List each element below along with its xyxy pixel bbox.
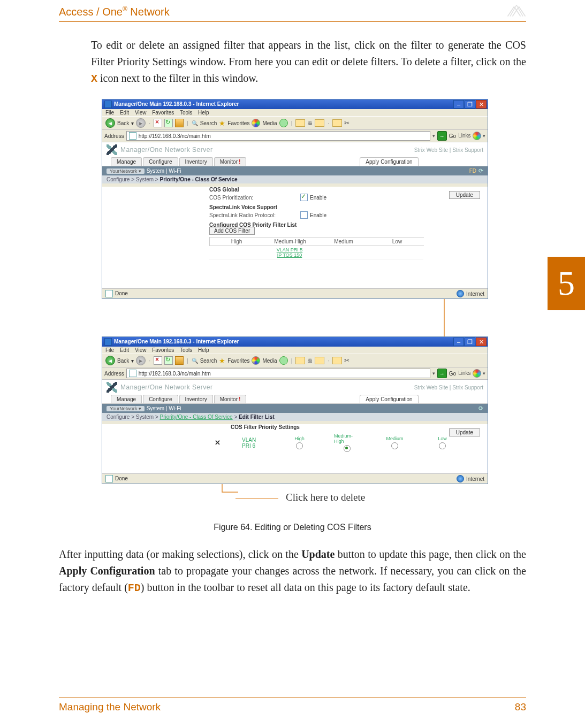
favorites-icon[interactable]: ★ <box>219 119 225 127</box>
tab-inventory[interactable]: Inventory <box>179 395 213 403</box>
go-button[interactable]: → <box>437 131 447 141</box>
ie-menubar[interactable]: File Edit View Favorites Tools Help <box>102 347 488 354</box>
window-minimize-button[interactable]: – <box>453 100 464 109</box>
print-icon[interactable]: 🖶 <box>307 358 313 364</box>
tab-configure[interactable]: Configure <box>143 395 178 403</box>
print-icon[interactable]: 🖶 <box>307 120 313 126</box>
radio-low[interactable] <box>439 442 446 449</box>
go-button[interactable]: → <box>437 369 447 378</box>
stop-button[interactable] <box>154 356 162 365</box>
breadcrumb-link[interactable]: Priority/One - Class Of Service <box>160 414 233 420</box>
add-cos-filter-button[interactable]: Add COS Filter <box>209 227 255 235</box>
fd-button[interactable]: FD <box>469 168 476 174</box>
refresh-button[interactable] <box>164 356 173 365</box>
menu-tools[interactable]: Tools <box>180 347 192 353</box>
window-close-button[interactable]: ✕ <box>476 100 487 109</box>
tab-apply-configuration[interactable]: Apply Configuration <box>360 157 418 166</box>
menu-tools[interactable]: Tools <box>180 110 192 116</box>
menu-favorites[interactable]: Favorites <box>152 347 174 353</box>
radio-medium-high[interactable] <box>344 445 351 452</box>
radio-medium[interactable] <box>391 442 398 449</box>
menu-file[interactable]: File <box>105 347 114 353</box>
spectralink-checkbox[interactable] <box>300 211 308 219</box>
cos-prioritization-value: Enable <box>310 195 326 201</box>
mail-icon[interactable] <box>295 119 305 127</box>
media-icon[interactable] <box>252 356 260 365</box>
edit-filter-heading: COS Filter Priority Settings <box>231 424 455 430</box>
status-done: Done <box>115 290 128 296</box>
refresh-icon[interactable]: ⟳ <box>478 405 483 411</box>
cut-icon[interactable]: ✂ <box>344 119 350 127</box>
history-icon[interactable] <box>279 119 288 127</box>
update-button[interactable]: Update <box>449 428 480 436</box>
ie-menubar[interactable]: File Edit View Favorites Tools Help <box>102 109 488 116</box>
col-medium-high: Medium-High <box>334 433 360 444</box>
links-icon[interactable] <box>473 132 481 140</box>
back-button[interactable]: ◄ <box>105 118 115 128</box>
tab-configure[interactable]: Configure <box>143 157 178 166</box>
footer-divider <box>59 698 526 698</box>
media-label: Media <box>262 120 277 126</box>
footer-section-title: Managing the Network <box>59 701 161 713</box>
radio-high[interactable] <box>296 442 303 449</box>
menu-help[interactable]: Help <box>198 110 209 116</box>
window-maximize-button[interactable]: ❐ <box>465 338 475 346</box>
back-button[interactable]: ◄ <box>105 356 115 365</box>
server-title: Manager/One Network Server <box>120 146 212 154</box>
tab-manage[interactable]: Manage <box>111 395 142 403</box>
tab-monitor[interactable]: Monitor! <box>214 395 247 403</box>
search-icon[interactable]: 🔍 <box>192 120 198 126</box>
folder-icon[interactable] <box>332 119 342 127</box>
cos-filter-table: High Medium-High Medium Low VLAN PRI 5 I… <box>209 237 455 259</box>
window-minimize-button[interactable]: – <box>453 338 464 346</box>
ie-app-icon <box>104 338 112 346</box>
menu-file[interactable]: File <box>105 110 114 116</box>
mail-icon[interactable] <box>295 357 305 364</box>
ie-toolbar: ◄ Back ▾ ► · | 🔍 Search ★ Favorites Medi… <box>102 116 488 130</box>
stop-button[interactable] <box>154 119 162 127</box>
menu-favorites[interactable]: Favorites <box>152 110 174 116</box>
strix-logo-icon <box>107 144 117 155</box>
menu-view[interactable]: View <box>135 110 147 116</box>
address-bar[interactable]: http://192.168.0.3/nc/main.htm <box>126 369 430 378</box>
cos-global-heading: COS Global <box>209 187 455 193</box>
tab-inventory[interactable]: Inventory <box>179 157 213 166</box>
top-links[interactable]: Strix Web Site | Strix Support <box>414 147 483 153</box>
menu-edit[interactable]: Edit <box>120 110 129 116</box>
window-maximize-button[interactable]: ❐ <box>465 100 475 109</box>
update-button[interactable]: Update <box>449 191 480 199</box>
fd-inline: FD <box>128 582 141 594</box>
media-icon[interactable] <box>252 119 260 127</box>
menu-view[interactable]: View <box>135 347 147 353</box>
tab-monitor[interactable]: Monitor! <box>214 157 247 166</box>
menu-help[interactable]: Help <box>198 347 209 353</box>
search-icon[interactable]: 🔍 <box>192 358 198 364</box>
links-icon[interactable] <box>473 369 481 378</box>
menu-edit[interactable]: Edit <box>120 347 129 353</box>
favorites-icon[interactable]: ★ <box>219 357 225 365</box>
refresh-button[interactable] <box>164 119 173 127</box>
spectralink-value: Enable <box>310 212 326 218</box>
subbar-pill[interactable]: YourNetwork ▾ <box>107 168 145 174</box>
refresh-icon[interactable]: ⟳ <box>478 167 483 174</box>
forward-button[interactable]: ► <box>136 356 146 365</box>
subbar-pill[interactable]: YourNetwork ▾ <box>107 406 145 411</box>
cut-icon[interactable]: ✂ <box>344 357 350 364</box>
delete-filter-x-icon[interactable]: ✕ <box>215 439 221 447</box>
home-button[interactable] <box>175 119 184 127</box>
tab-apply-configuration[interactable]: Apply Configuration <box>360 395 418 403</box>
address-bar[interactable]: http://192.168.0.3/nc/main.htm <box>126 131 430 141</box>
cos-prioritization-checkbox[interactable] <box>300 194 308 201</box>
folder-icon[interactable] <box>332 357 342 364</box>
home-button[interactable] <box>175 356 184 365</box>
forward-button[interactable]: ► <box>136 118 146 128</box>
edit-icon[interactable] <box>315 357 324 364</box>
history-icon[interactable] <box>279 356 288 365</box>
filter-link[interactable]: VLAN PRI 5 IP TOS 150 <box>277 247 303 258</box>
tab-manage[interactable]: Manage <box>111 157 142 166</box>
col-medium: Medium <box>386 436 403 441</box>
header-divider <box>59 21 526 22</box>
edit-icon[interactable] <box>315 119 324 127</box>
subbar-links[interactable]: System | Wi-Fi <box>147 168 181 174</box>
window-close-button[interactable]: ✕ <box>476 338 487 346</box>
